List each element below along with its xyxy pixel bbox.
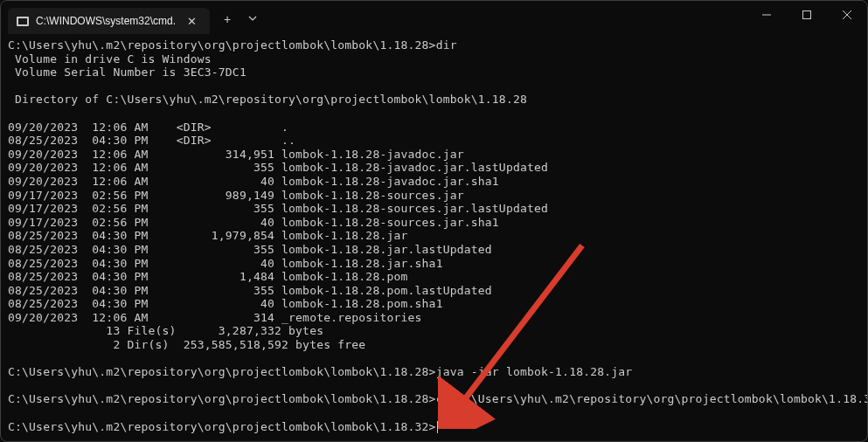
minimize-button[interactable] (746, 1, 787, 29)
maximize-button[interactable] (787, 1, 827, 29)
tab-title: C:\WINDOWS\system32\cmd. (36, 15, 176, 27)
cmd-icon (17, 17, 29, 26)
output-line: 09/20/2023 12:06 AM 355 lombok-1.18.28-j… (8, 161, 548, 174)
title-bar: C:\WINDOWS\system32\cmd. ✕ + (1, 1, 867, 34)
tab-dropdown-button[interactable] (241, 9, 264, 30)
output-line: 08/25/2023 04:30 PM 40 lombok-1.18.28.po… (8, 297, 443, 310)
output-line: C:\Users\yhu\.m2\repository\org\projectl… (8, 38, 457, 52)
output-line: Volume Serial Number is 3EC3-7DC1 (8, 66, 247, 79)
output-line: 08/25/2023 04:30 PM 355 lombok-1.18.28.p… (8, 284, 492, 297)
output-line: 09/20/2023 12:06 AM 314 _remote.reposito… (8, 311, 422, 324)
output-line: 13 File(s) 3,287,332 bytes (8, 324, 323, 337)
output-line: 08/25/2023 04:30 PM 1,979,854 lombok-1.1… (8, 229, 408, 242)
output-line: 09/17/2023 02:56 PM 989,149 lombok-1.18.… (8, 189, 464, 202)
terminal-output[interactable]: C:\Users\yhu\.m2\repository\org\projectl… (1, 34, 867, 438)
output-line: Volume in drive C is Windows (8, 52, 212, 66)
cursor (437, 421, 438, 433)
close-button[interactable] (827, 1, 867, 29)
tab-active[interactable]: C:\WINDOWS\system32\cmd. ✕ (8, 8, 210, 34)
output-line: C:\Users\yhu\.m2\repository\org\projectl… (8, 365, 632, 378)
output-line: 2 Dir(s) 253,585,518,592 bytes free (8, 338, 365, 351)
new-tab-button[interactable]: + (213, 7, 241, 31)
output-line: 08/25/2023 04:30 PM 1,484 lombok-1.18.28… (8, 270, 408, 283)
prompt-line: C:\Users\yhu\.m2\repository\org\projectl… (8, 420, 436, 433)
output-line: Directory of C:\Users\yhu\.m2\repository… (8, 93, 527, 106)
svg-rect-1 (803, 11, 811, 19)
output-line: 09/17/2023 02:56 PM 355 lombok-1.18.28-s… (8, 202, 548, 215)
window-controls (746, 1, 867, 29)
output-line: 08/25/2023 04:30 PM 355 lombok-1.18.28.j… (8, 243, 492, 256)
output-line: 08/25/2023 04:30 PM <DIR> .. (8, 134, 295, 147)
tab-close-button[interactable]: ✕ (183, 13, 201, 30)
output-line: C:\Users\yhu\.m2\repository\org\projectl… (8, 392, 868, 405)
output-line: 09/20/2023 12:06 AM 314,951 lombok-1.18.… (8, 148, 464, 161)
output-line: 09/20/2023 12:06 AM 40 lombok-1.18.28-ja… (8, 175, 499, 188)
output-line: 09/20/2023 12:06 AM <DIR> . (8, 121, 288, 134)
output-line: 09/17/2023 02:56 PM 40 lombok-1.18.28-so… (8, 216, 499, 229)
output-line: 08/25/2023 04:30 PM 40 lombok-1.18.28.ja… (8, 257, 443, 270)
